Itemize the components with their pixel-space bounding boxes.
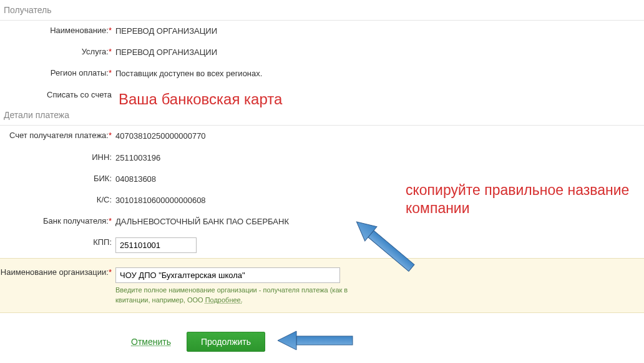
org-highlight-block: Наименование организации:* Введите полно…: [0, 258, 644, 313]
row-account: Счет получателя платежа:* 40703810250000…: [0, 126, 644, 147]
value-inn: 2511003196: [115, 152, 644, 164]
label-debit: Списать со счета: [0, 90, 115, 101]
label-service: Услуга:*: [0, 47, 115, 57]
row-kpp: КПП:: [0, 232, 644, 258]
label-account: Счет получателя платежа:*: [0, 131, 115, 141]
label-bik: БИК:: [0, 174, 115, 184]
actions-row: Отменить Продолжить: [0, 332, 644, 352]
section-details-header: Детали платежа: [0, 105, 644, 126]
value-service: ПЕРЕВОД ОРГАНИЗАЦИИ: [115, 47, 644, 58]
label-org: Наименование организации:*: [0, 267, 115, 278]
label-inn: ИНН:: [0, 152, 115, 163]
org-hint-link[interactable]: Подробнее.: [205, 296, 243, 304]
label-kpp: КПП:: [0, 237, 115, 248]
label-bank: Банк получателя:*: [0, 216, 115, 227]
continue-button[interactable]: Продолжить: [187, 332, 265, 352]
row-inn: ИНН: 2511003196: [0, 147, 644, 169]
value-bank: ДАЛЬНЕВОСТОЧНЫЙ БАНК ПАО СБЕРБАНК: [115, 216, 644, 227]
row-name: Наименование:* ПЕРЕВОД ОРГАНИЗАЦИИ: [0, 21, 644, 42]
cancel-link[interactable]: Отменить: [131, 337, 171, 347]
kpp-input[interactable]: [115, 237, 197, 253]
label-ks: К/С:: [0, 195, 115, 206]
value-name: ПЕРЕВОД ОРГАНИЗАЦИИ: [115, 26, 644, 37]
row-region: Регион оплаты:* Поставщик доступен во вс…: [0, 63, 644, 84]
value-region: Поставщик доступен во всех регионах.: [115, 68, 644, 79]
annotation-copy-company-text: скопируйте правильное название компании: [406, 181, 644, 217]
section-recipient-header: Получатель: [0, 0, 644, 21]
annotation-card-text: Ваша банковская карта: [119, 91, 282, 108]
row-service: Услуга:* ПЕРЕВОД ОРГАНИЗАЦИИ: [0, 42, 644, 63]
label-region: Регион оплаты:*: [0, 68, 115, 79]
row-debit: Списать со счета: [0, 85, 644, 106]
value-account: 40703810250000000770: [115, 131, 644, 142]
org-hint: Введите полное наименование организации …: [115, 286, 365, 305]
org-name-input[interactable]: [115, 267, 340, 283]
label-name: Наименование:*: [0, 26, 115, 36]
